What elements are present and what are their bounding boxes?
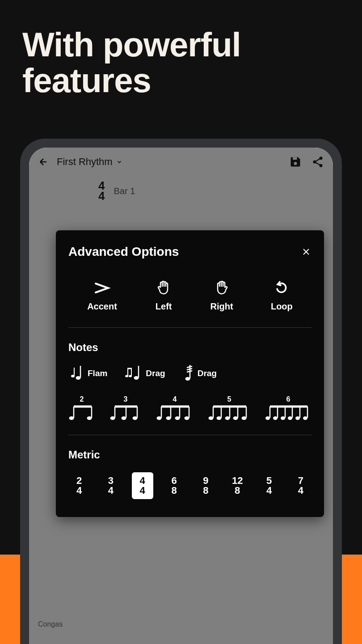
metric-top: 4 — [140, 476, 145, 486]
accent-icon — [93, 279, 111, 297]
tuplet-3[interactable]: 3 — [109, 395, 142, 421]
metric-top: 9 — [203, 476, 208, 486]
svg-point-5 — [71, 375, 75, 377]
modal-header: Advanced Options — [68, 245, 311, 259]
metric-4-4[interactable]: 4 4 — [132, 472, 153, 499]
metric-bot: 8 — [203, 486, 208, 496]
metric-3-4[interactable]: 3 4 — [100, 472, 122, 499]
svg-line-17 — [187, 366, 192, 368]
svg-point-38 — [175, 416, 180, 420]
svg-point-11 — [129, 375, 132, 377]
drag-roll-icon — [183, 365, 193, 382]
chevron-down-icon — [116, 159, 122, 165]
drag-label-2: Drag — [198, 369, 217, 378]
tuplet-3-num: 3 — [124, 395, 128, 403]
tuplet-5-icon — [208, 405, 251, 421]
metric-5-4[interactable]: 5 4 — [258, 472, 280, 499]
right-label: Right — [210, 301, 233, 312]
time-sig-bot: 4 — [98, 191, 105, 201]
tuplet-3-icon — [109, 405, 142, 421]
metric-9-8[interactable]: 9 8 — [195, 472, 216, 499]
back-arrow-icon[interactable] — [38, 157, 49, 167]
svg-point-62 — [295, 416, 300, 420]
svg-line-18 — [187, 369, 192, 370]
save-icon[interactable] — [289, 156, 302, 168]
tuplet-2-num: 2 — [80, 395, 84, 403]
rhythm-title-dropdown[interactable]: First Rhythm — [57, 156, 289, 168]
tuplet-2[interactable]: 2 — [68, 395, 95, 421]
svg-point-34 — [157, 416, 162, 420]
header-actions — [289, 156, 324, 168]
app-header: First Rhythm — [29, 148, 333, 176]
tuplet-4-icon — [156, 405, 194, 421]
accent-option[interactable]: Accent — [87, 279, 117, 312]
svg-point-22 — [69, 416, 74, 420]
loop-label: Loop — [271, 301, 293, 312]
svg-point-43 — [209, 416, 214, 420]
svg-point-29 — [122, 416, 126, 420]
svg-point-0 — [294, 162, 297, 165]
svg-point-54 — [265, 416, 270, 420]
metric-top: 12 — [232, 476, 243, 486]
share-icon[interactable] — [311, 156, 324, 168]
metric-top: 2 — [76, 476, 82, 486]
svg-point-7 — [76, 376, 81, 380]
flam-label: Flam — [88, 369, 107, 378]
right-option[interactable]: Right — [210, 279, 233, 312]
rhythm-title-text: First Rhythm — [57, 156, 113, 168]
metric-bot: 4 — [76, 486, 82, 496]
page-headline: With powerful features — [0, 0, 362, 98]
tuplet-6-num: 6 — [286, 395, 290, 403]
left-option[interactable]: Left — [155, 279, 173, 312]
metric-top: 5 — [266, 476, 272, 486]
time-signature-bar: 4 4 Bar 1 — [29, 176, 333, 211]
drag-icon — [125, 366, 141, 381]
left-hand-icon — [155, 279, 173, 297]
metric-2-4[interactable]: 2 4 — [68, 472, 90, 499]
tuplet-4[interactable]: 4 — [156, 395, 194, 421]
svg-point-60 — [288, 416, 292, 420]
time-signature: 4 4 — [98, 181, 105, 202]
svg-point-51 — [242, 416, 247, 420]
metric-top: 3 — [108, 476, 114, 486]
metric-top: 6 — [171, 476, 177, 486]
svg-point-14 — [134, 376, 139, 380]
svg-point-40 — [185, 416, 189, 420]
close-icon[interactable] — [301, 246, 311, 257]
right-hand-icon — [213, 279, 231, 297]
svg-point-1 — [320, 157, 323, 160]
metric-bot: 4 — [108, 486, 114, 496]
tuplets-row: 2 3 4 — [68, 395, 311, 421]
flam-option[interactable]: Flam — [71, 365, 107, 382]
phone-frame: First Rhythm 4 4 Bar 1 Congas — [20, 139, 342, 644]
svg-point-56 — [273, 416, 278, 420]
svg-point-2 — [313, 161, 316, 164]
modal-title: Advanced Options — [68, 245, 179, 259]
tuplet-6[interactable]: 6 — [265, 395, 311, 421]
tuplet-5-num: 5 — [227, 395, 232, 403]
svg-point-64 — [303, 416, 307, 420]
drag-option-2[interactable]: Drag — [183, 365, 217, 382]
tuplet-5[interactable]: 5 — [208, 395, 251, 421]
metric-bot: 4 — [298, 486, 303, 496]
metric-bot: 8 — [235, 486, 240, 496]
metric-bot: 8 — [171, 486, 177, 496]
ornaments-row: Flam Drag — [68, 365, 311, 382]
flam-icon — [71, 366, 83, 381]
instrument-label: Congas — [38, 620, 63, 628]
metric-section-title: Metric — [68, 449, 311, 461]
drag-label-1: Drag — [146, 369, 165, 378]
loop-option[interactable]: Loop — [271, 279, 293, 312]
metric-7-4[interactable]: 7 4 — [290, 472, 311, 499]
accent-label: Accent — [87, 301, 117, 312]
metric-12-8[interactable]: 12 8 — [227, 472, 248, 499]
drag-option-1[interactable]: Drag — [125, 365, 165, 382]
svg-line-19 — [187, 371, 192, 372]
svg-point-45 — [217, 416, 222, 420]
metric-top: 7 — [298, 476, 303, 486]
top-options-row: Accent Left Right — [68, 279, 311, 327]
svg-point-24 — [87, 416, 92, 420]
loop-icon — [273, 279, 290, 297]
metric-6-8[interactable]: 6 8 — [164, 472, 185, 499]
metric-bot: 4 — [140, 486, 145, 496]
